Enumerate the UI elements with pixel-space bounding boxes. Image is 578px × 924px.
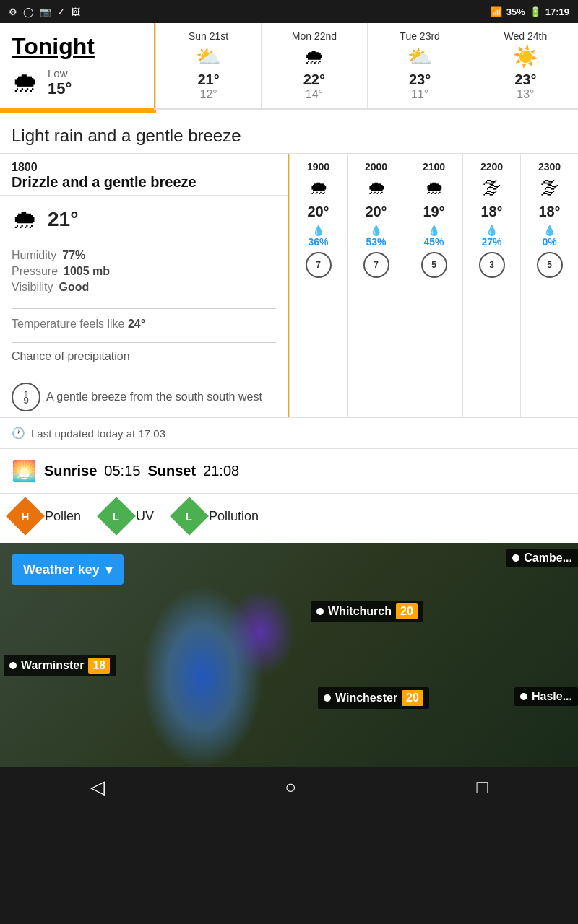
icon-2300: 🌫 — [540, 177, 559, 199]
temp-2000: 20° — [365, 204, 387, 220]
chevron-down-icon: ▾ — [105, 562, 112, 578]
forecast-day-low-1: 14° — [267, 88, 361, 101]
map-label-winchester: Winchester 20 — [318, 687, 429, 709]
hour-header: 1800 Drizzle and a gentle breeze — [0, 154, 288, 196]
wind-info: ↑ 9 A gentle breeze from the south south… — [12, 383, 276, 411]
hour-weather-icon: 🌧 — [12, 204, 38, 235]
sun-row: 🌅 Sunrise 05:15 Sunset 21:08 — [0, 448, 578, 493]
forecast-day-low-2: 11° — [374, 88, 467, 101]
hasle-name: Hasle... — [532, 690, 572, 703]
pressure-label: Pressure — [12, 265, 58, 278]
hour-temperature: 21° — [48, 208, 78, 231]
pollen-item[interactable]: H Pollen — [12, 502, 81, 530]
status-bar: ⚙ ◯ 📷 ✓ 🖼 📶 35% 🔋 17:19 — [0, 0, 578, 23]
warminster-name: Warminster — [21, 659, 84, 672]
forecast-day-mon[interactable]: Mon 22nd 🌧 22° 14° — [261, 23, 366, 108]
sunrise-label: Sunrise — [44, 463, 97, 479]
winchester-name: Winchester — [335, 692, 397, 705]
map-dot-warminster — [9, 662, 17, 669]
forecast-day-high-0: 21° — [162, 71, 255, 88]
weather-summary: Light rain and a gentle breeze — [0, 113, 578, 153]
time-2100: 2100 — [423, 161, 445, 173]
other-hours: 1900 🌧 20° 💧 36% 7 2000 🌧 20° 💧 53% 7 — [289, 154, 578, 417]
hour-icon-temp: 🌧 21° — [0, 196, 288, 243]
cambe-name: Cambe... — [524, 552, 572, 565]
tonight-temperature: Low 15° — [48, 67, 72, 98]
precip-2300: 💧 0% — [542, 225, 556, 248]
hourly-container: 1800 Drizzle and a gentle breeze 🌧 21° H… — [0, 153, 578, 417]
precip-1900: 💧 36% — [308, 225, 328, 248]
time-2300: 2300 — [538, 161, 561, 173]
image-icon: 🖼 — [71, 6, 80, 17]
wind-description: A gentle breeze from the south south wes… — [46, 391, 262, 404]
forecast-day-sun[interactable]: Sun 21st ⛅ 21° 12° — [155, 23, 261, 108]
precip-2100: 💧 45% — [423, 225, 444, 248]
feels-like-value: 24° — [128, 318, 145, 330]
battery-level: 35% — [506, 6, 525, 17]
map-label-cambe: Cambe... — [506, 549, 578, 567]
forecast-day-name-2: Tue 23rd — [374, 30, 467, 42]
forecast-day-name-3: Wed 24th — [479, 30, 572, 42]
clock-icon: 🕐 — [12, 427, 25, 440]
precip-pct-2300: 0% — [542, 236, 556, 248]
winchester-temp: 20 — [402, 690, 423, 706]
map-label-warminster: Warminster 18 — [4, 655, 116, 676]
precip-pct-2200: 27% — [481, 236, 501, 248]
hour-detail-panel: 1800 Drizzle and a gentle breeze 🌧 21° H… — [0, 154, 289, 417]
forecast-day-high-2: 23° — [374, 71, 467, 88]
hour-2100[interactable]: 2100 🌧 19° 💧 45% 5 — [405, 154, 462, 417]
drop-icon-2300: 💧 — [543, 225, 556, 236]
pollution-label: Pollution — [209, 509, 259, 524]
hour-2200[interactable]: 2200 🌫 18° 💧 27% 3 — [462, 154, 520, 417]
drop-icon-2100: 💧 — [428, 225, 440, 236]
forecast-day-tue[interactable]: Tue 23rd ⛅ 23° 11° — [367, 23, 473, 108]
whitchurch-temp: 20 — [396, 603, 418, 619]
forecast-day-high-3: 23° — [479, 71, 572, 88]
status-right-info: 📶 35% 🔋 17:19 — [491, 6, 569, 17]
map-dot-winchester — [324, 694, 331, 702]
hour-2000[interactable]: 2000 🌧 20° 💧 53% 7 — [347, 154, 405, 417]
pollen-badge: H — [6, 497, 45, 536]
photos-icon: 📷 — [40, 6, 51, 17]
precip-pct-2100: 45% — [423, 236, 444, 248]
time-2000: 2000 — [365, 161, 387, 173]
pollen-label: Pollen — [45, 509, 81, 524]
temp-2200: 18° — [480, 204, 502, 220]
precip-label: Chance of precipitation — [12, 350, 130, 362]
hour-2300[interactable]: 2300 🌫 18° 💧 0% 5 — [520, 154, 578, 417]
icon-1900: 🌧 — [309, 177, 328, 199]
hour-stats: Humidity 77% Pressure 1005 mb Visibility… — [0, 243, 288, 302]
tonight-title: Tonight — [12, 33, 142, 60]
home-button[interactable]: ○ — [270, 770, 311, 804]
map-dot-cambe — [512, 554, 519, 562]
pollution-item[interactable]: L Pollution — [176, 502, 259, 530]
forecast-day-name-0: Sun 21st — [162, 30, 255, 42]
sunset-time: 21:08 — [203, 463, 239, 479]
back-button[interactable]: ◁ — [76, 770, 119, 804]
wind-2300: 5 — [537, 252, 563, 278]
weather-key-button[interactable]: Weather key ▾ — [12, 554, 124, 585]
circle-icon: ◯ — [23, 6, 34, 17]
temp-2300: 18° — [538, 204, 560, 220]
last-updated-text: Last updated today at 17:03 — [31, 427, 165, 440]
forecast-day-icon-0: ⛅ — [162, 45, 255, 69]
forecast-day-high-1: 22° — [267, 71, 361, 88]
precip-pct-1900: 36% — [308, 236, 328, 248]
icon-2100: 🌧 — [425, 177, 444, 199]
weather-container: Tonight 🌧 Low 15° Sun 21st ⛅ 21° 12° Mon… — [0, 23, 578, 543]
recents-button[interactable]: □ — [462, 770, 503, 804]
settings-icon: ⚙ — [9, 6, 17, 17]
uv-item[interactable]: L UV — [103, 502, 154, 530]
drop-icon-2000: 💧 — [370, 225, 382, 236]
header-row: Tonight 🌧 Low 15° Sun 21st ⛅ 21° 12° Mon… — [0, 23, 578, 110]
map-section: Weather key ▾ Warminster 18 Whitchurch 2… — [0, 543, 578, 767]
uv-level: L — [113, 510, 119, 522]
humidity-row: Humidity 77% — [12, 249, 276, 262]
forecast-day-name-1: Mon 22nd — [267, 30, 361, 42]
hour-1900[interactable]: 1900 🌧 20° 💧 36% 7 — [289, 154, 347, 417]
map-label-whitchurch: Whitchurch 20 — [311, 601, 423, 622]
time-2200: 2200 — [480, 161, 503, 173]
tonight-panel[interactable]: Tonight 🌧 Low 15° — [0, 23, 155, 108]
clock: 17:19 — [545, 6, 569, 17]
forecast-day-wed[interactable]: Wed 24th ☀️ 23° 13° — [473, 23, 578, 108]
